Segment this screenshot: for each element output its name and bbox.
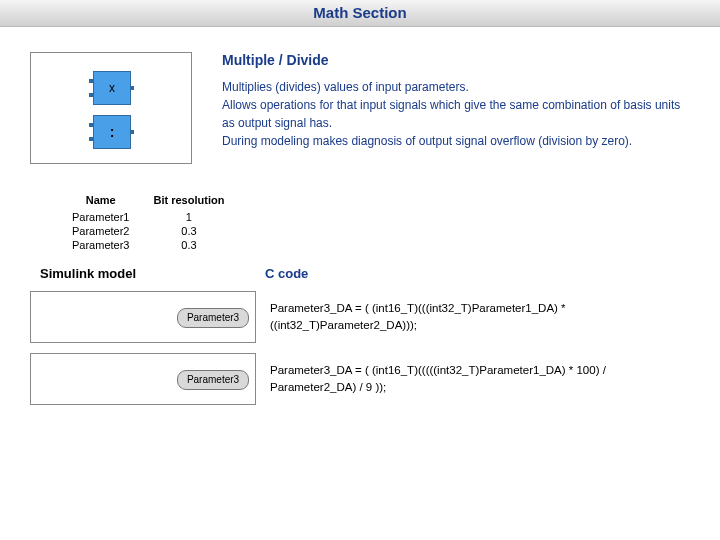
cell-name: Parameter2	[60, 224, 141, 238]
table-row: Parameter2 0.3	[60, 224, 236, 238]
cell-name: Parameter3	[60, 238, 141, 252]
col-bit: Bit resolution	[141, 192, 236, 210]
desc-line: During modeling makes diagnosis of outpu…	[222, 132, 690, 150]
port-icon	[130, 130, 134, 134]
parameter-table: Name Bit resolution Parameter1 1 Paramet…	[60, 192, 236, 252]
table-row: Parameter3 0.3	[60, 238, 236, 252]
output-block: Parameter3	[177, 370, 249, 390]
page-title: Math Section	[0, 0, 720, 27]
port-icon	[89, 79, 93, 83]
cell-name: Parameter1	[60, 210, 141, 224]
table-row: Parameter1 1	[60, 210, 236, 224]
port-icon	[89, 93, 93, 97]
port-icon	[130, 86, 134, 90]
c-code-snippet: Parameter3_DA = ( (int16_T)(((((int32_T)…	[270, 362, 670, 397]
cell-bit: 0.3	[141, 238, 236, 252]
desc-line: Allows operations for that input signals…	[222, 96, 690, 132]
col-name: Name	[60, 192, 141, 210]
port-icon	[89, 123, 93, 127]
cell-bit: 1	[141, 210, 236, 224]
block-title: Multiple / Divide	[222, 52, 690, 68]
cell-bit: 0.3	[141, 224, 236, 238]
simulink-model-box: Parameter3	[30, 291, 256, 343]
desc-line: Multiplies (divides) values of input par…	[222, 78, 690, 96]
simulink-heading: Simulink model	[40, 266, 265, 281]
port-icon	[89, 137, 93, 141]
c-code-snippet: Parameter3_DA = ( (int16_T)(((int32_T)Pa…	[270, 300, 670, 335]
multiply-block: x	[93, 71, 131, 105]
block-diagram: x :	[30, 52, 192, 164]
simulink-model-box: Parameter3	[30, 353, 256, 405]
output-block: Parameter3	[177, 308, 249, 328]
divide-block: :	[93, 115, 131, 149]
ccode-heading: C code	[265, 266, 308, 281]
